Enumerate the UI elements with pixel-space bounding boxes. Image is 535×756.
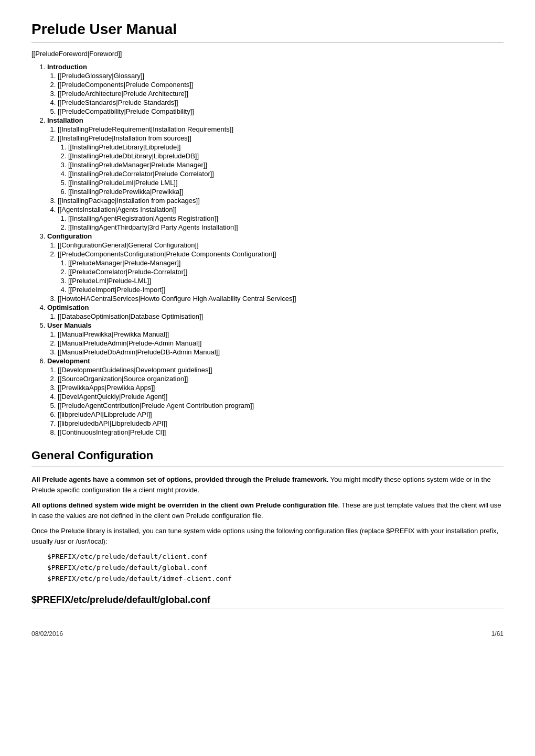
toc-section-user-manuals: User Manuals [[ManualPrewikka|Prewikka M… <box>47 321 504 356</box>
list-item[interactable]: [[InstallingPreludeLml|Prelude LML]] <box>68 179 504 187</box>
toc-section-label: Optimisation <box>47 304 89 311</box>
list-item[interactable]: [[PreludeArchitecture|Prelude Architectu… <box>58 90 504 98</box>
general-config-para3: Once the Prelude library is installed, y… <box>31 526 504 546</box>
list-item[interactable]: [[AgentsInstallation|Agents Installation… <box>58 206 504 231</box>
config-files-block: $PREFIX/etc/prelude/default/client.conf … <box>47 552 504 584</box>
toc-section-installation: Installation [[InstallingPreludeRequirem… <box>47 116 504 231</box>
footer-page: 1/61 <box>491 630 504 638</box>
table-of-contents: Introduction [[PreludeGlossary|Glossary]… <box>37 63 504 436</box>
list-item[interactable]: [[InstallingPreludePrewikka|Prewikka]] <box>68 188 504 196</box>
global-conf-title: $PREFIX/etc/prelude/default/global.conf <box>31 595 504 606</box>
config-file-2: $PREFIX/etc/prelude/default/global.conf <box>47 563 504 574</box>
list-item[interactable]: [[InstallingPreludeCorrelator|Prelude Co… <box>68 170 504 178</box>
list-item[interactable]: [[ContinuousIntegration|Prelude CI]] <box>58 428 504 436</box>
list-item[interactable]: [[DevelAgentQuickly|Prelude Agent]] <box>58 393 504 401</box>
list-item[interactable]: [[PreludeManager|Prelude-Manager]] <box>68 259 504 267</box>
list-item[interactable]: [[InstallingPreludeLibrary|Libprelude]] <box>68 143 504 151</box>
list-item[interactable]: [[InstallingPackage|Installation from pa… <box>58 197 504 204</box>
config-file-3: $PREFIX/etc/prelude/default/idmef-client… <box>47 574 504 585</box>
config-file-1: $PREFIX/etc/prelude/default/client.conf <box>47 552 504 563</box>
toc-section-label: Introduction <box>47 63 87 71</box>
list-item[interactable]: [[DatabaseOptimisation|Database Optimisa… <box>58 312 504 320</box>
list-item[interactable]: [[InstallingPreludeDbLibrary|LibpreludeD… <box>68 152 504 160</box>
list-item[interactable]: [[PreludeLml|Prelude-LML]] <box>68 277 504 285</box>
list-item[interactable]: [[PreludeComponentsConfiguration|Prelude… <box>58 250 504 294</box>
list-item[interactable]: [[PreludeCorrelator|Prelude-Correlator]] <box>68 268 504 276</box>
list-item[interactable]: [[ManualPrewikka|Prewikka Manual]] <box>58 330 504 338</box>
list-item[interactable]: [[PreludeAgentContribution|Prelude Agent… <box>58 402 504 409</box>
page-footer: 08/02/2016 1/61 <box>31 630 504 638</box>
toc-section-optimisation: Optimisation [[DatabaseOptimisation|Data… <box>47 304 504 320</box>
list-item[interactable]: [[ManualPreludeAdmin|Prelude-Admin Manua… <box>58 339 504 347</box>
para2-bold: All options defined system wide might be… <box>31 501 338 509</box>
list-item[interactable]: [[PreludeGlossary|Glossary]] <box>58 72 504 80</box>
list-item[interactable]: [[SourceOrganization|Source organization… <box>58 375 504 383</box>
list-item[interactable]: [[ManualPreludeDbAdmin|PreludeDB-Admin M… <box>58 348 504 356</box>
list-item[interactable]: [[PreludeComponents|Prelude Components]] <box>58 81 504 89</box>
global-conf-divider <box>31 609 504 609</box>
para1-bold: All Prelude agents have a common set of … <box>31 476 328 483</box>
toc-section-label: Configuration <box>47 232 92 240</box>
list-item[interactable]: [[libpreludeAPI|Libprelude API]] <box>58 411 504 418</box>
general-config-divider <box>31 467 504 467</box>
general-config-para1: All Prelude agents have a common set of … <box>31 474 504 495</box>
foreword-link[interactable]: [[PreludeForeword|Foreword]] <box>31 50 504 58</box>
toc-section-configuration: Configuration [[ConfigurationGeneral|Gen… <box>47 232 504 303</box>
toc-section-label: Development <box>47 357 90 365</box>
page-title: Prelude User Manual <box>31 21 504 38</box>
list-item[interactable]: [[PrewikkaApps|Prewikka Apps]] <box>58 384 504 392</box>
list-item[interactable]: [[InstallingAgentThirdparty|3rd Party Ag… <box>68 223 504 231</box>
list-item[interactable]: [[libpreludedbAPI|Libpreludedb API]] <box>58 419 504 427</box>
toc-section-label: Installation <box>47 116 83 124</box>
list-item[interactable]: [[InstallingPreludeManager|Prelude Manag… <box>68 161 504 169</box>
list-item[interactable]: [[InstallingPrelude|Installation from so… <box>58 134 504 196</box>
footer-date: 08/02/2016 <box>31 630 63 638</box>
list-item[interactable]: [[PreludeCompatibility|Prelude Compatibi… <box>58 107 504 115</box>
list-item[interactable]: [[InstallingAgentRegistration|Agents Reg… <box>68 214 504 222</box>
list-item[interactable]: [[DevelopmentGuidelines|Development guid… <box>58 366 504 374</box>
list-item[interactable]: [[ConfigurationGeneral|General Configura… <box>58 241 504 249</box>
general-config-para2: All options defined system wide might be… <box>31 500 504 521</box>
general-config-title: General Configuration <box>31 449 504 462</box>
list-item[interactable]: [[InstallingPreludeRequirement|Installat… <box>58 125 504 133</box>
list-item[interactable]: [[PreludeImport|Prelude-Import]] <box>68 286 504 294</box>
list-item[interactable]: [[PreludeStandards|Prelude Standards]] <box>58 99 504 106</box>
toc-section-development: Development [[DevelopmentGuidelines|Deve… <box>47 357 504 436</box>
title-divider <box>31 42 504 42</box>
toc-section-label: User Manuals <box>47 321 92 329</box>
list-item[interactable]: [[HowtoHACentralServices|Howto Configure… <box>58 295 504 303</box>
toc-section-introduction: Introduction [[PreludeGlossary|Glossary]… <box>47 63 504 115</box>
